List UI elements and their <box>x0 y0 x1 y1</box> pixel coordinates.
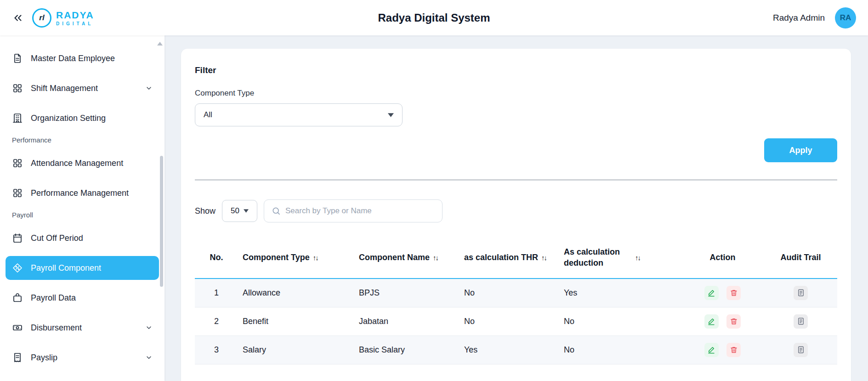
sidebar-item-payslip[interactable]: Payslip <box>6 346 159 370</box>
sidebar-item-master-data-employee[interactable]: Master Data Employee <box>6 46 159 70</box>
search-input[interactable] <box>285 206 435 216</box>
filter-heading: Filter <box>195 65 837 75</box>
receipt-icon <box>12 352 23 363</box>
edit-button[interactable] <box>704 286 719 300</box>
sidebar-item-label: Master Data Employee <box>31 54 115 63</box>
building-icon <box>12 113 23 124</box>
trash-icon <box>730 289 738 297</box>
logo-line2: DIGITAL <box>56 21 94 26</box>
app-logo: rl RADYA DIGITAL <box>32 8 94 28</box>
payroll-component-card: Filter Component Type All Apply Show 50 <box>181 49 851 381</box>
diamond-percent-icon <box>12 262 23 273</box>
page-size-select[interactable]: 50 <box>222 200 257 222</box>
cell-no: 2 <box>195 307 238 336</box>
grid-icon <box>12 158 23 169</box>
double-chevron-left-icon <box>12 12 24 24</box>
filter-divider <box>195 180 837 180</box>
table-row: 1 Allowance BPJS No Yes <box>195 279 837 307</box>
audit-document-icon <box>797 346 805 354</box>
apply-button[interactable]: Apply <box>764 138 837 162</box>
sidebar-section-performance: Performance <box>0 136 165 144</box>
audit-trail-button[interactable] <box>794 314 808 329</box>
edit-pencil-icon <box>707 346 715 354</box>
component-type-select[interactable]: All <box>195 103 403 126</box>
cell-calculation-deduction: Yes <box>559 279 681 307</box>
sidebar-item-performance-management[interactable]: Performance Management <box>6 181 159 205</box>
column-header-action: Action <box>681 237 764 279</box>
sidebar-item-organization-setting[interactable]: Organization Setting <box>6 106 159 130</box>
cell-calculation-deduction: No <box>559 336 681 364</box>
cell-calculation-deduction: No <box>559 307 681 336</box>
column-header-component-type[interactable]: Component Type↑↓ <box>238 237 354 279</box>
sidebar-item-label: Payslip <box>31 353 57 363</box>
cell-component-type: Allowance <box>238 279 354 307</box>
sidebar-scrollbar-thumb[interactable] <box>160 156 163 287</box>
delete-button[interactable] <box>726 343 741 357</box>
sidebar-item-label: Payroll Data <box>31 293 76 303</box>
sidebar-item-disbursement[interactable]: Disbursement <box>6 316 159 340</box>
sort-icon[interactable]: ↑↓ <box>313 254 318 262</box>
sort-icon[interactable]: ↑↓ <box>635 254 640 262</box>
chevron-down-icon <box>145 85 153 92</box>
edit-button[interactable] <box>704 343 719 357</box>
calendar-icon <box>12 233 23 244</box>
audit-trail-button[interactable] <box>794 286 808 300</box>
edit-button[interactable] <box>704 314 719 329</box>
delete-button[interactable] <box>726 314 741 329</box>
top-header: rl RADYA DIGITAL Radya Digital System Ra… <box>0 0 868 35</box>
column-header-component-name[interactable]: Component Name↑↓ <box>354 237 460 279</box>
column-header-calculation-thr[interactable]: as calculation THR↑↓ <box>460 237 559 279</box>
sidebar-item-label: Disbursement <box>31 323 82 333</box>
sort-icon[interactable]: ↑↓ <box>433 254 438 262</box>
sidebar-item-label: Attendance Management <box>31 159 123 168</box>
sort-icon[interactable]: ↑↓ <box>541 254 546 262</box>
sidebar-section-payroll: Payroll <box>0 211 165 219</box>
sidebar-item-label: Performance Management <box>31 188 129 198</box>
edit-pencil-icon <box>707 317 715 325</box>
table-row: 2 Benefit Jabatan No No <box>195 307 837 336</box>
cell-audit-trail <box>764 336 837 364</box>
logo-mark: rl <box>32 8 51 28</box>
scrollbar-up-arrow-icon[interactable] <box>157 39 163 47</box>
column-header-calculation-deduction[interactable]: As calculation deduction ↑↓ <box>559 237 681 279</box>
delete-button[interactable] <box>726 286 741 300</box>
avatar[interactable]: RA <box>835 7 856 28</box>
logo-text: RADYA DIGITAL <box>56 10 94 26</box>
chevron-down-icon <box>244 209 249 213</box>
sidebar-item-attendance-management[interactable]: Attendance Management <box>6 151 159 175</box>
audit-trail-button[interactable] <box>794 343 808 357</box>
sidebar-collapse-button[interactable] <box>12 12 24 24</box>
sidebar-item-label: Shift Management <box>31 84 98 93</box>
app-window: rl RADYA DIGITAL Radya Digital System Ra… <box>0 0 868 381</box>
header-right: Radya Admin RA <box>773 7 856 28</box>
column-header-no[interactable]: No. <box>195 237 238 279</box>
sidebar-item-payroll-component[interactable]: Payroll Component <box>6 256 159 280</box>
chevron-down-icon <box>145 324 153 331</box>
show-label: Show <box>195 206 216 216</box>
main-content: Filter Component Type All Apply Show 50 <box>165 35 868 381</box>
cell-calculation-thr: Yes <box>460 336 559 364</box>
sidebar-item-label: Organization Setting <box>31 114 106 123</box>
cell-component-name: Jabatan <box>354 307 460 336</box>
document-icon <box>12 53 23 64</box>
edit-pencil-icon <box>707 289 715 297</box>
sidebar-item-payroll-data[interactable]: Payroll Data <box>6 286 159 310</box>
cell-component-name: BPJS <box>354 279 460 307</box>
cell-audit-trail <box>764 279 837 307</box>
page-size-value: 50 <box>231 206 239 216</box>
user-name: Radya Admin <box>773 13 825 23</box>
sidebar: Master Data Employee Shift Management Or… <box>0 35 165 381</box>
cell-calculation-thr: No <box>460 279 559 307</box>
search-box <box>264 199 443 222</box>
trash-icon <box>730 317 738 325</box>
sidebar-item-cut-off-period[interactable]: Cut Off Period <box>6 226 159 250</box>
payroll-component-table: No. Component Type↑↓ Component Name↑↓ as… <box>195 237 837 364</box>
grid-icon <box>12 83 23 94</box>
sidebar-item-shift-management[interactable]: Shift Management <box>6 76 159 100</box>
logo-line1: RADYA <box>56 10 94 21</box>
cell-action <box>681 307 764 336</box>
trash-icon <box>730 346 738 354</box>
component-type-label: Component Type <box>195 89 837 98</box>
table-row: 3 Salary Basic Salary Yes No <box>195 336 837 364</box>
component-type-selected-value: All <box>204 110 212 119</box>
